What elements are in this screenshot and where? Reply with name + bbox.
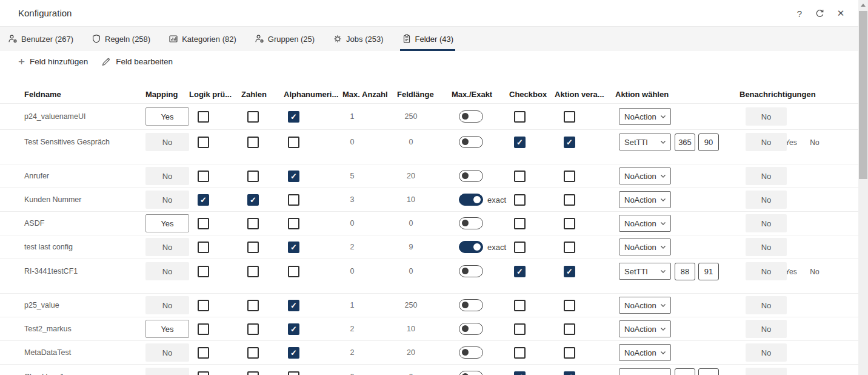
action-select[interactable]: NoAction [619,238,671,255]
max-exakt-toggle[interactable] [459,323,483,335]
edit-field-button[interactable]: Feld bearbeiten [101,56,173,67]
logik-checkbox[interactable] [198,171,209,182]
action-select[interactable]: SetTTl [619,263,671,280]
alphanumeric-checkbox[interactable] [288,266,299,277]
mapping-badge[interactable]: Yes [145,214,189,232]
ttl-yes-input[interactable] [675,133,695,151]
zahlen-checkbox[interactable] [247,266,259,277]
mapping-badge[interactable]: Yes [145,320,189,338]
mapping-badge[interactable]: No [145,191,189,209]
logik-checkbox[interactable] [198,218,209,229]
mapping-badge[interactable]: No [145,167,189,185]
logik-checkbox[interactable] [198,347,209,359]
add-field-button[interactable]: + Feld hinzufügen [18,56,88,67]
checkbox-checkbox[interactable] [514,194,526,206]
aktion-checkbox[interactable] [564,242,575,253]
max-exakt-toggle[interactable] [459,299,483,311]
max-exakt-toggle[interactable] [459,217,483,229]
benachrichtigung-badge[interactable]: No [746,167,787,185]
aktion-checkbox[interactable] [564,218,575,229]
alphanumeric-checkbox[interactable] [288,300,299,311]
checkbox-checkbox[interactable] [514,242,526,253]
checkbox-checkbox[interactable] [514,347,526,359]
max-exakt-toggle[interactable] [459,241,483,253]
zahlen-checkbox[interactable] [247,218,259,229]
benachrichtigung-badge[interactable]: No [746,214,787,232]
action-select[interactable]: NoAction [619,215,671,232]
ttl-no-input[interactable] [698,133,719,151]
tab-kategorien[interactable]: Kategorien (82) [167,27,238,51]
alphanumeric-checkbox[interactable] [288,111,299,123]
action-select[interactable]: NoAction [619,344,671,361]
max-exakt-toggle[interactable] [459,265,483,277]
checkbox-checkbox[interactable] [514,111,526,123]
zahlen-checkbox[interactable] [247,347,259,359]
mapping-badge[interactable]: No [145,262,189,280]
checkbox-checkbox[interactable] [514,266,526,277]
zahlen-checkbox[interactable] [247,323,259,335]
mapping-badge[interactable]: No [145,296,189,314]
ttl-no-input[interactable] [698,263,719,280]
max-exakt-toggle[interactable] [459,371,483,375]
logik-checkbox[interactable] [198,137,209,148]
aktion-checkbox[interactable] [564,111,575,123]
alphanumeric-checkbox[interactable] [288,194,299,206]
ttl-yes-input[interactable] [675,368,695,375]
benachrichtigung-badge[interactable]: No [746,133,787,151]
checkbox-checkbox[interactable] [514,171,526,182]
aktion-checkbox[interactable] [564,137,575,148]
tab-benutzer[interactable]: Benutzer (267) [6,27,75,51]
mapping-badge[interactable]: No [145,238,189,256]
scrollbar-up-arrow[interactable] [861,4,866,7]
tab-jobs[interactable]: Jobs (253) [331,27,385,51]
checkbox-checkbox[interactable] [514,218,526,229]
logik-checkbox[interactable] [198,300,209,311]
alphanumeric-checkbox[interactable] [288,371,299,375]
action-select[interactable]: NoAction [619,297,671,314]
aktion-checkbox[interactable] [564,323,575,335]
checkbox-checkbox[interactable] [514,300,526,311]
logik-checkbox[interactable] [198,242,209,253]
zahlen-checkbox[interactable] [247,371,259,375]
action-select[interactable]: SetTTl [619,133,671,150]
tab-felder[interactable]: Felder (43) [400,27,456,51]
scrollbar-thumb[interactable] [859,11,867,179]
max-exakt-toggle[interactable] [459,346,483,359]
help-icon[interactable]: ? [794,8,805,19]
aktion-checkbox[interactable] [564,371,575,375]
zahlen-checkbox[interactable] [247,111,259,123]
checkbox-checkbox[interactable] [514,323,526,335]
benachrichtigung-badge[interactable]: No [746,262,787,280]
max-exakt-toggle[interactable] [459,194,483,206]
logik-checkbox[interactable] [198,266,209,277]
alphanumeric-checkbox[interactable] [288,323,299,335]
max-exakt-toggle[interactable] [459,136,483,148]
aktion-checkbox[interactable] [564,194,575,206]
logik-checkbox[interactable] [198,323,209,335]
logik-checkbox[interactable] [198,111,209,123]
scrollbar[interactable] [858,0,868,375]
benachrichtigung-badge[interactable]: No [746,296,787,314]
benachrichtigung-badge[interactable]: No [746,191,787,209]
zahlen-checkbox[interactable] [247,242,259,253]
zahlen-checkbox[interactable] [247,194,259,206]
mapping-badge[interactable]: Yes [145,107,189,126]
aktion-checkbox[interactable] [564,300,575,311]
action-select[interactable]: NoAction [619,108,671,125]
max-exakt-toggle[interactable] [459,110,483,123]
zahlen-checkbox[interactable] [247,171,259,182]
action-select[interactable] [619,368,671,375]
checkbox-checkbox[interactable] [514,137,526,148]
benachrichtigung-badge[interactable]: No [746,238,787,256]
alphanumeric-checkbox[interactable] [288,218,299,229]
aktion-checkbox[interactable] [564,171,575,182]
tab-regeln[interactable]: Regeln (258) [90,27,152,51]
benachrichtigung-badge[interactable]: No [746,343,787,362]
alphanumeric-checkbox[interactable] [288,137,299,148]
alphanumeric-checkbox[interactable] [288,171,299,182]
mapping-badge[interactable] [145,368,189,375]
aktion-checkbox[interactable] [564,347,575,359]
logik-checkbox[interactable] [198,371,209,375]
logik-checkbox[interactable] [198,194,209,206]
zahlen-checkbox[interactable] [247,300,259,311]
